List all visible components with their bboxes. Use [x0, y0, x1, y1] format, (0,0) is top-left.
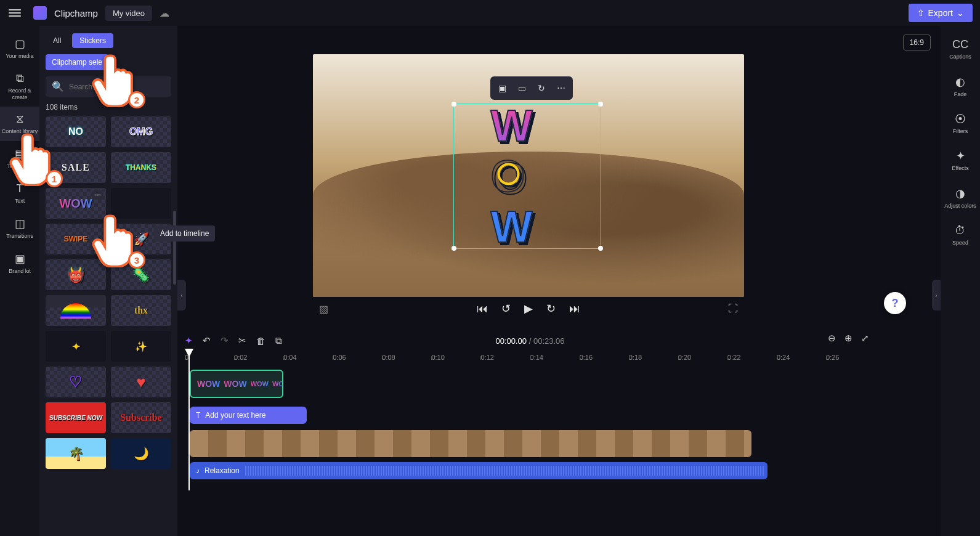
search-box[interactable]: 🔍 — [46, 76, 171, 97]
clip-video[interactable] — [190, 430, 751, 457]
sticker-item[interactable]: ♥ — [111, 367, 171, 397]
prop-adjust-colors[interactable]: ◑Adjust colors — [941, 179, 980, 217]
aspect-ratio-badge[interactable]: 16:9 — [903, 35, 931, 51]
prop-captions[interactable]: CCCaptions — [941, 31, 980, 68]
total-duration: 00:23.06 — [533, 336, 565, 346]
sticker-item[interactable]: 👹 — [46, 259, 106, 290]
sticker-label: WOW — [59, 197, 92, 211]
clip-audio[interactable]: ♪ Relaxation — [190, 462, 767, 479]
ruler-tick: 0:04 — [283, 354, 333, 361]
undo-icon[interactable]: ↶ — [203, 335, 211, 346]
handle-br[interactable] — [598, 246, 603, 251]
clip-text[interactable]: T Add your text here — [190, 407, 307, 424]
filters-label: Filters — [953, 128, 968, 135]
nav-brand-kit[interactable]: ▣Brand kit — [0, 246, 39, 281]
more-icon[interactable]: ⋯ — [553, 80, 569, 96]
skip-end-icon[interactable]: ⏭ — [569, 303, 580, 315]
export-button[interactable]: ⇧ Export ⌄ — [909, 4, 973, 22]
sticker-item[interactable]: 🌴 — [46, 438, 106, 469]
sticker-item[interactable]: ✦ — [46, 331, 106, 362]
library-scrollbar[interactable] — [173, 211, 176, 285]
overlay-sticker-wow[interactable]: WOW — [491, 100, 564, 252]
nav-record-create[interactable]: ⧉Record & create — [0, 66, 39, 107]
sticker-item[interactable]: THANKS — [111, 152, 171, 183]
brand-kit-label: Brand kit — [9, 268, 31, 275]
redo-icon[interactable]: ↷ — [221, 335, 229, 346]
sticker-label: thx — [134, 305, 148, 316]
tab-all[interactable]: All — [46, 33, 68, 48]
sticker-item[interactable]: Subscribe — [111, 402, 171, 433]
sticker-item[interactable]: thx — [111, 295, 171, 326]
split-icon[interactable]: ✂ — [238, 335, 246, 346]
record-create-label: Record & create — [1, 87, 38, 101]
sticker-label: SALE — [62, 162, 90, 173]
sticker-item[interactable] — [46, 295, 106, 326]
sync-status-icon: ☁ — [160, 7, 169, 19]
preview-floating-toolbar: ▣ ▭ ↻ ⋯ — [490, 76, 573, 100]
crop-icon[interactable]: ▣ — [494, 80, 510, 96]
app-logo-icon — [33, 6, 47, 20]
collapse-library-toggle[interactable]: ‹ — [177, 280, 186, 311]
sticker-item[interactable]: SUBSCRIBE NOW — [46, 402, 106, 433]
handle-tr[interactable] — [598, 102, 603, 107]
ai-sparkle-icon[interactable]: ✦ — [185, 335, 193, 346]
sticker-item[interactable]: SALE — [46, 152, 106, 183]
record-create-icon: ⧉ — [16, 72, 24, 85]
your-media-label: Your media — [6, 53, 33, 60]
skip-start-icon[interactable]: ⏮ — [477, 303, 488, 315]
fit-icon[interactable]: ▭ — [514, 80, 530, 96]
sticker-item[interactable]: 🦠 — [111, 259, 171, 290]
sticker-item[interactable] — [111, 188, 171, 219]
clip-sticker-wow[interactable]: WOWWOWWOWWO — [190, 370, 283, 398]
fit-timeline-icon[interactable]: ⤢ — [861, 333, 869, 344]
sticker-item[interactable]: SWIPE — [46, 224, 106, 254]
sticker-more-icon[interactable]: ⋯ — [92, 190, 103, 200]
rotate-icon[interactable]: ↻ — [533, 80, 549, 96]
prop-effects[interactable]: ✦Effects — [941, 142, 980, 179]
sticker-item[interactable]: ✨ — [111, 331, 171, 362]
forward-10-icon[interactable]: ↻ — [546, 302, 556, 315]
sticker-item[interactable]: NO — [46, 116, 106, 147]
nav-your-media[interactable]: ▢Your media — [0, 31, 39, 66]
handle-tl[interactable] — [452, 102, 456, 107]
prop-fade[interactable]: ◐Fade — [941, 68, 980, 105]
nav-content-library[interactable]: ⧖Content library — [0, 107, 39, 141]
app-brand: Clipchamp — [54, 8, 98, 18]
sticker-item[interactable]: ♡ — [46, 367, 106, 397]
handle-bl[interactable] — [452, 246, 456, 251]
rewind-10-icon[interactable]: ↺ — [501, 302, 511, 315]
nav-text[interactable]: TText — [0, 176, 39, 211]
ruler-tick: 0:02 — [234, 354, 283, 361]
fullscreen-icon[interactable]: ⛶ — [728, 303, 738, 314]
zoom-in-icon[interactable]: ⊕ — [844, 333, 852, 344]
tab-stickers[interactable]: Stickers — [72, 33, 113, 48]
prop-filters[interactable]: ⦿Filters — [941, 105, 980, 142]
prop-speed[interactable]: ⏱Speed — [941, 217, 980, 254]
menu-icon[interactable] — [7, 6, 22, 20]
help-button[interactable]: ? — [884, 292, 906, 314]
zoom-out-icon[interactable]: ⊖ — [828, 333, 836, 344]
disable-preview-icon[interactable]: ▧ — [319, 303, 328, 315]
sticker-item[interactable]: 🌙 — [111, 438, 171, 469]
upload-icon: ⇧ — [917, 8, 925, 18]
project-name[interactable]: My video — [105, 6, 152, 21]
nav-transitions[interactable]: ◫Transitions — [0, 211, 39, 246]
timeline-ruler[interactable]: 00:020:040:060:080:100:120:140:160:180:2… — [185, 350, 875, 365]
search-input[interactable] — [69, 83, 165, 91]
ruler-tick: 0:12 — [480, 354, 530, 361]
nav-templates[interactable]: ▤Templates — [0, 141, 39, 176]
sticker-item[interactable]: WOW⋯ — [46, 188, 106, 219]
delete-icon[interactable]: 🗑 — [256, 336, 265, 346]
duplicate-icon[interactable]: ⧉ — [275, 335, 282, 346]
selection-box[interactable]: WOW — [453, 104, 601, 249]
ruler-tick: 0:08 — [382, 354, 431, 361]
templates-label: Templates — [7, 163, 32, 170]
collapse-properties-toggle[interactable]: › — [932, 280, 941, 311]
play-icon[interactable]: ▶ — [524, 302, 533, 315]
sticker-item[interactable]: OMG — [111, 116, 171, 147]
sticker-label: 🚀 — [134, 232, 149, 246]
search-icon: 🔍 — [52, 81, 64, 92]
text-icon: T — [196, 411, 200, 420]
ruler-tick: 0 — [185, 354, 234, 361]
category-selector[interactable]: Clipchamp sele — [46, 54, 108, 70]
